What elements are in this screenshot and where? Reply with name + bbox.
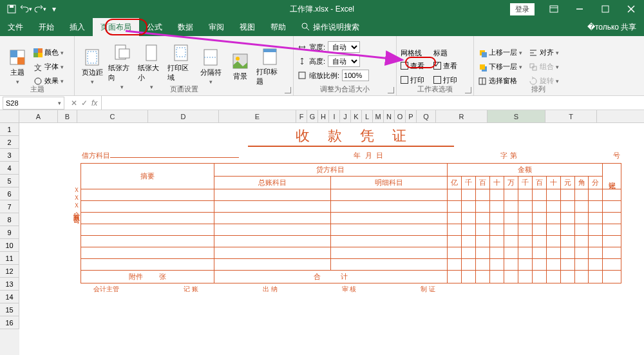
row-header-3[interactable]: 3 — [0, 149, 19, 162]
scale-icon — [298, 71, 307, 80]
svg-rect-15 — [33, 48, 38, 53]
menu-tab-开始[interactable]: 开始 — [31, 18, 62, 36]
enter-formula-icon[interactable]: ✓ — [81, 99, 88, 108]
voucher-company-side: ＸＸＸ会计有限公司 — [71, 183, 80, 214]
svg-rect-1 — [10, 5, 14, 8]
svg-rect-33 — [263, 49, 276, 52]
menu-tab-页面布局[interactable]: 页面布局 — [93, 18, 139, 36]
scale-width-row: 宽度:自动 — [298, 41, 392, 53]
row-header-10[interactable]: 10 — [0, 239, 19, 252]
menu-tab-文件[interactable]: 文件 — [0, 18, 31, 36]
ribbon-group-label: 排列 — [474, 84, 603, 94]
scale-height-select[interactable]: 自动 — [328, 55, 360, 67]
ribbon: 主题▾ 颜色▾ 文字体▾ 效果▾ 主题 页边距▾ 纸张方向▾ 纸张大小▾ 打印区… — [0, 36, 644, 96]
undo-button[interactable]: ▾ — [19, 3, 32, 15]
send-backward-button[interactable]: 下移一层▾ — [478, 61, 522, 73]
bring-forward-button[interactable]: 上移一层▾ — [478, 46, 522, 59]
col-header-C[interactable]: C — [77, 110, 148, 122]
col-header-I[interactable]: I — [329, 110, 340, 122]
page-setup-launcher[interactable] — [285, 87, 291, 93]
headings-view-checkbox[interactable]: 查看 — [433, 59, 457, 72]
menu-tab-帮助[interactable]: 帮助 — [263, 18, 294, 36]
row-header-16[interactable]: 16 — [0, 316, 19, 329]
svg-point-31 — [236, 57, 240, 61]
theme-fonts-button[interactable]: 文字体▾ — [33, 61, 64, 73]
sheet-options-launcher[interactable] — [465, 87, 471, 93]
row-header-7[interactable]: 7 — [0, 200, 19, 213]
row-header-15[interactable]: 15 — [0, 303, 19, 316]
scale-pct-input[interactable] — [342, 70, 369, 81]
col-header-D[interactable]: D — [148, 110, 219, 122]
menu-tab-审阅[interactable]: 审阅 — [201, 18, 232, 36]
debit-subject-label: 借方科目 — [82, 151, 110, 159]
theme-colors-button[interactable]: 颜色▾ — [33, 46, 64, 59]
svg-rect-36 — [482, 52, 487, 57]
svg-point-20 — [35, 78, 41, 84]
cells-area[interactable]: ＸＸＸ会计有限公司 收款凭证 借方科目 年 月 日 字 第 号 摘要 贷方科目 … — [19, 123, 644, 355]
col-header-Q[interactable]: Q — [417, 110, 436, 122]
row-header-13[interactable]: 13 — [0, 278, 19, 291]
col-header-S[interactable]: S — [488, 110, 545, 122]
col-header-J[interactable]: J — [340, 110, 351, 122]
col-header-H[interactable]: H — [318, 110, 329, 122]
group-button[interactable]: 组合▾ — [529, 61, 559, 73]
voucher-table: 摘要 贷方科目 金额 记账 总账科目 明细科目 亿千百十万千百十元角分 — [80, 163, 621, 283]
col-header-E[interactable]: E — [219, 110, 296, 122]
row-header-12[interactable]: 12 — [0, 265, 19, 278]
svg-point-8 — [302, 23, 307, 28]
menu-tab-插入[interactable]: 插入 — [62, 18, 93, 36]
select-all-corner[interactable] — [0, 110, 19, 122]
col-header-B[interactable]: B — [58, 110, 77, 122]
align-button[interactable]: 对齐▾ — [529, 46, 559, 59]
row-header-2[interactable]: 2 — [0, 136, 19, 149]
row-header-1[interactable]: 1 — [0, 123, 19, 136]
ribbon-options-button[interactable] — [541, 0, 567, 18]
row-header-5[interactable]: 5 — [0, 175, 19, 187]
row-header-9[interactable]: 9 — [0, 226, 19, 239]
tell-me-search[interactable]: 操作说明搜索 — [294, 18, 367, 36]
col-header-L[interactable]: L — [362, 110, 373, 122]
scale-height-row: 高度:自动 — [298, 55, 392, 68]
scale-width-select[interactable]: 自动 — [328, 41, 360, 53]
share-button[interactable]: �только共享 — [587, 22, 636, 33]
headings-header: 标题 — [433, 48, 457, 58]
col-header-G[interactable]: G — [307, 110, 318, 122]
col-header-O[interactable]: O — [395, 110, 406, 122]
title-bar: ▾ ▾ ▾ 工作簿.xlsx - Excel 登录 — [0, 0, 644, 18]
col-header-P[interactable]: P — [406, 110, 417, 122]
row-header-6[interactable]: 6 — [0, 187, 19, 200]
gridlines-view-checkbox[interactable]: 查看 — [401, 59, 424, 72]
close-button[interactable] — [618, 0, 644, 18]
col-header-A[interactable]: A — [19, 110, 58, 122]
col-header-N[interactable]: N — [384, 110, 395, 122]
svg-rect-18 — [38, 53, 43, 57]
login-button[interactable]: 登录 — [510, 3, 535, 15]
redo-button[interactable]: ▾ — [33, 3, 46, 15]
name-box[interactable]: S28▾ — [3, 97, 64, 110]
row-header-11[interactable]: 11 — [0, 252, 19, 265]
formula-input[interactable] — [101, 96, 644, 110]
scale-launcher[interactable] — [388, 87, 394, 93]
ribbon-group-label: 调整为合适大小 — [294, 84, 396, 94]
col-header-F[interactable]: F — [296, 110, 307, 122]
col-header-M[interactable]: M — [373, 110, 384, 122]
spreadsheet-grid: ABCDEFGHIJKLMNOPQRST 1234567891011121314… — [0, 110, 644, 355]
col-header-K[interactable]: K — [351, 110, 362, 122]
menu-tab-视图[interactable]: 视图 — [232, 18, 263, 36]
col-header-T[interactable]: T — [545, 110, 597, 122]
row-header-14[interactable]: 14 — [0, 291, 19, 303]
minimize-button[interactable] — [567, 0, 592, 18]
row-header-8[interactable]: 8 — [0, 213, 19, 226]
row-header-4[interactable]: 4 — [0, 162, 19, 175]
save-button[interactable] — [5, 3, 18, 15]
ribbon-group-themes: 主题▾ 颜色▾ 文字体▾ 效果▾ 主题 — [0, 36, 75, 95]
qat-customize[interactable]: ▾ — [48, 3, 61, 15]
fx-icon[interactable]: fx — [91, 99, 97, 108]
menu-tab-公式[interactable]: 公式 — [139, 18, 170, 36]
menu-tab-数据[interactable]: 数据 — [170, 18, 201, 36]
width-icon — [298, 43, 307, 52]
svg-rect-21 — [86, 50, 99, 65]
col-header-R[interactable]: R — [436, 110, 488, 122]
maximize-button[interactable] — [592, 0, 618, 18]
cancel-formula-icon[interactable]: ✕ — [71, 99, 77, 108]
